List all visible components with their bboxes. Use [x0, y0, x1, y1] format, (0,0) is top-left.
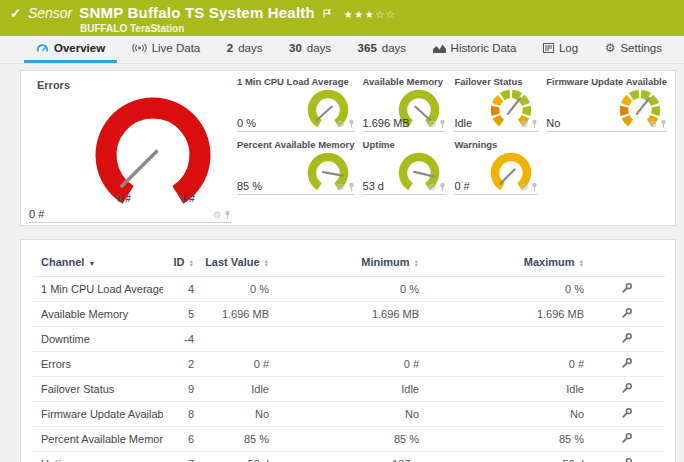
- primary-channel-pin-icon[interactable]: [439, 119, 446, 129]
- device-breadcrumb[interactable]: BUFFALO TeraStation: [80, 23, 674, 34]
- errors-gauge-dial: [83, 83, 223, 227]
- tab-label: Historic Data: [451, 42, 517, 54]
- gauge-value: 85 %: [237, 180, 262, 192]
- log-icon: [543, 43, 554, 53]
- channel-settings-wrench-icon[interactable]: [621, 432, 633, 444]
- gauge-settings-gear-icon[interactable]: ⚙: [520, 183, 528, 192]
- primary-channel-pin-icon[interactable]: [660, 119, 667, 129]
- table-row-errors[interactable]: Errors20 #0 #0 #: [33, 352, 665, 377]
- tab-number: 2: [227, 42, 233, 54]
- channel-settings-wrench-icon[interactable]: [621, 307, 633, 319]
- gauge-value: Idle: [454, 117, 472, 129]
- tab-log[interactable]: Log: [531, 36, 590, 63]
- column-header-last-value[interactable]: Last Value▲▼: [198, 246, 273, 277]
- gauge-label: Available Memory: [363, 76, 447, 87]
- table-row-1-min-cpu-load-average[interactable]: 1 Min CPU Load Average40 %0 %0 %: [33, 277, 665, 302]
- tab-historic-data[interactable]: Historic Data: [421, 36, 529, 63]
- gauge-settings-gear-icon[interactable]: ⚙: [337, 120, 345, 129]
- tab-365-days[interactable]: 365days: [346, 36, 418, 63]
- cell-max: [423, 327, 588, 352]
- table-row-available-memory[interactable]: Available Memory51.696 MB1.696 MB1.696 M…: [33, 302, 665, 327]
- channel-settings-wrench-icon[interactable]: [621, 382, 633, 394]
- cell-max: 0 #: [423, 352, 588, 377]
- historic-icon: [433, 43, 446, 53]
- priority-stars[interactable]: ★★★☆☆: [344, 9, 396, 20]
- priority-flag-icon[interactable]: [323, 4, 331, 22]
- tab-label: Log: [559, 42, 578, 54]
- column-label: Last Value: [205, 256, 259, 268]
- table-row-failover-status[interactable]: Failover Status9IdleIdleIdle: [33, 377, 665, 402]
- primary-channel-pin-icon[interactable]: [439, 182, 446, 192]
- table-row-uptime[interactable]: Uptime753 d137 s59 d: [33, 452, 665, 462]
- column-header-minimum[interactable]: Minimum▲▼: [273, 246, 423, 277]
- cell-last: 0 #: [198, 352, 273, 377]
- small-gauges-grid: 1 Min CPU Load Average0 %⚙Available Memo…: [237, 76, 667, 195]
- gauge-label: 1 Min CPU Load Average: [237, 76, 355, 87]
- channel-settings-wrench-icon[interactable]: [621, 407, 633, 419]
- cell-chan: Firmware Update Available: [33, 402, 163, 427]
- gauge-failover-status: Failover StatusIdle⚙: [454, 76, 538, 132]
- tab-number: 30: [289, 42, 302, 54]
- table-row-percent-available-memory[interactable]: Percent Available Memory685 %85 %85 %: [33, 427, 665, 452]
- primary-channel-pin-icon[interactable]: [531, 119, 538, 129]
- tab-label: Settings: [620, 42, 662, 54]
- column-header-channel[interactable]: Channel▼: [33, 246, 163, 277]
- channel-settings-wrench-icon[interactable]: [621, 457, 633, 462]
- cell-tools: [588, 302, 665, 327]
- gauge-firmware-update-available: Firmware Update AvailableNo⚙: [546, 76, 667, 132]
- channel-settings-wrench-icon[interactable]: [621, 282, 633, 294]
- cell-last: 53 d: [198, 452, 273, 462]
- sort-icon[interactable]: ▲▼: [189, 259, 194, 268]
- cell-min: 85 %: [273, 427, 423, 452]
- cell-id: 6: [163, 427, 198, 452]
- table-row-firmware-update-available[interactable]: Firmware Update Available8NoNoNo: [33, 402, 665, 427]
- gauge-settings-gear-icon[interactable]: ⚙: [213, 211, 221, 220]
- channel-settings-wrench-icon[interactable]: [621, 332, 633, 344]
- sort-icon[interactable]: ▲▼: [414, 259, 419, 268]
- tab-label: days: [307, 42, 331, 54]
- primary-channel-pin-icon[interactable]: [531, 182, 538, 192]
- column-header-maximum[interactable]: Maximum▲▼: [423, 246, 588, 277]
- channel-settings-wrench-icon[interactable]: [621, 357, 633, 369]
- tab-settings[interactable]: ⚙Settings: [593, 36, 674, 63]
- primary-channel-pin-icon[interactable]: [348, 182, 355, 192]
- cell-id: 7: [163, 452, 198, 462]
- sort-icon[interactable]: ▲▼: [579, 259, 584, 268]
- tab-overview[interactable]: Overview: [24, 36, 117, 63]
- cell-tools: [588, 377, 665, 402]
- gauge-settings-gear-icon[interactable]: ⚙: [428, 183, 436, 192]
- gauge-value: 0 #: [454, 180, 469, 192]
- gauge-settings-gear-icon[interactable]: ⚙: [337, 183, 345, 192]
- cell-chan: Uptime: [33, 452, 163, 462]
- cell-chan: Downtime: [33, 327, 163, 352]
- gauge-1-min-cpu-load-average: 1 Min CPU Load Average0 %⚙: [237, 76, 355, 132]
- column-label: ID: [174, 256, 185, 268]
- gauge-settings-gear-icon[interactable]: ⚙: [520, 120, 528, 129]
- primary-channel-pin-icon[interactable]: [348, 119, 355, 129]
- tab-2-days[interactable]: 2days: [215, 36, 275, 63]
- cell-min: Idle: [273, 377, 423, 402]
- live-icon: [132, 43, 147, 53]
- gauge-label: Warnings: [454, 139, 538, 150]
- cell-id: 8: [163, 402, 198, 427]
- column-header-tools: [588, 246, 665, 277]
- table-row-downtime[interactable]: Downtime-4: [33, 327, 665, 352]
- tab-live-data[interactable]: Live Data: [120, 36, 213, 63]
- gauge-label: Firmware Update Available: [546, 76, 667, 87]
- gauge-value: 0 %: [237, 117, 256, 129]
- gauge-uptime: Uptime53 d⚙: [363, 139, 447, 195]
- sort-icon[interactable]: ▲▼: [264, 259, 269, 268]
- cell-tools: [588, 277, 665, 302]
- cell-last: No: [198, 402, 273, 427]
- primary-channel-pin-icon[interactable]: [224, 210, 231, 220]
- cell-tools: [588, 327, 665, 352]
- tab-30-days[interactable]: 30days: [277, 36, 343, 63]
- sort-desc-icon[interactable]: ▼: [88, 260, 95, 267]
- column-header-id[interactable]: ID▲▼: [163, 246, 198, 277]
- gauge-label: Failover Status: [454, 76, 538, 87]
- cell-tools: [588, 402, 665, 427]
- cell-min: 1.696 MB: [273, 302, 423, 327]
- column-label: Minimum: [361, 256, 409, 268]
- gauge-settings-gear-icon[interactable]: ⚙: [428, 120, 436, 129]
- gauge-settings-gear-icon[interactable]: ⚙: [649, 120, 657, 129]
